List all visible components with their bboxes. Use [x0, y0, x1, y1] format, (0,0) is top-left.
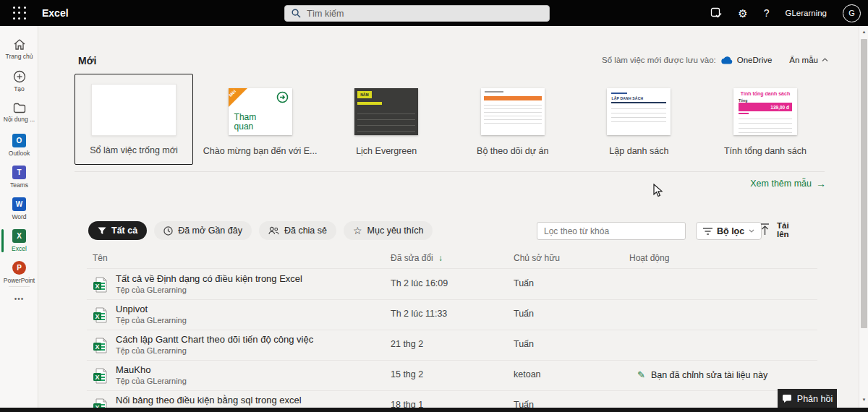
filter-pill-favorites[interactable]: ☆ Mục yêu thích	[344, 221, 433, 240]
sidebar-item-teams[interactable]: T Teams	[0, 163, 38, 192]
template-card-project-tracker[interactable]: Bộ theo dõi dự án	[454, 74, 572, 165]
welcome-tour-thumbnail: Mới Tham quan	[229, 88, 292, 135]
column-header-name[interactable]: Tên	[93, 253, 108, 263]
template-card-blank-workbook[interactable]: Sổ làm việc trống mới	[75, 74, 193, 165]
global-search-box[interactable]	[284, 5, 550, 22]
template-label: Lập danh sách	[579, 146, 698, 156]
file-row[interactable]: X Cách lập Gantt Chart theo dõi tiến độ …	[75, 330, 825, 361]
template-card-sum-list[interactable]: Tính tổng danh sách Tổng 139,00 đ Tính t…	[706, 74, 825, 165]
scrollbar-thumb[interactable]	[861, 39, 867, 328]
scroll-up-icon[interactable]: ▲	[859, 30, 868, 34]
file-row[interactable]: X MauKho Tệp của GLerarning 15 thg 2 ket…	[75, 361, 825, 391]
hide-templates-button[interactable]: Ẩn mẫu	[789, 56, 828, 64]
calendar-highlight-bar	[357, 102, 382, 105]
user-name[interactable]: GLerarning	[785, 9, 827, 17]
word-logo-icon: W	[12, 197, 26, 211]
search-input[interactable]	[307, 9, 524, 19]
outlook-logo-icon: O	[12, 134, 26, 147]
see-more-label: Xem thêm mẫu	[750, 179, 812, 189]
file-title[interactable]: Nối bảng theo điều kiện bằng sql trong e…	[116, 395, 302, 405]
filter-lines-icon	[703, 228, 712, 235]
list-header-line	[611, 102, 666, 103]
sidebar-item-word[interactable]: W Word	[0, 194, 38, 223]
keyword-filter-input[interactable]	[537, 222, 686, 240]
sum-thumb-title: Tính tổng danh sách	[733, 91, 797, 96]
list-thumb-title: LẬP DANH SÁCH	[611, 96, 643, 100]
file-title[interactable]: Unpivot	[116, 304, 148, 314]
excel-file-icon: X	[91, 337, 109, 355]
file-subtitle: Tệp của GLerarning	[116, 316, 187, 325]
upload-label-line1: Tải	[777, 221, 789, 230]
hide-templates-label: Ẩn mẫu	[789, 56, 818, 64]
column-header-modified-label: Đã sửa đổi	[391, 253, 433, 263]
sidebar-item-create[interactable]: Tạo	[0, 66, 38, 95]
sidebar-item-excel[interactable]: X Excel	[0, 226, 38, 255]
sidebar-item-home[interactable]: Trang chủ	[0, 35, 38, 64]
sidebar-item-my-content[interactable]: Nội dung ...	[0, 98, 38, 127]
clock-icon	[163, 226, 173, 236]
feedback-button[interactable]: Phản hồi	[778, 389, 837, 408]
file-row[interactable]: X Unpivot Tệp của GLerarning Th 2 lúc 11…	[75, 300, 825, 330]
sidebar-label: Word	[12, 213, 26, 220]
see-more-templates-link[interactable]: Xem thêm mẫu →	[750, 178, 826, 189]
file-owner: Tuấn	[514, 278, 534, 288]
template-label: Lịch Evergreen	[327, 146, 446, 156]
pencil-icon: ✎	[637, 369, 645, 380]
file-subtitle: Tệp của GLerarning	[116, 377, 187, 385]
new-section-title: Mới	[78, 55, 97, 66]
sidebar-label: PowerPoint	[4, 277, 35, 284]
help-icon[interactable]: ?	[764, 8, 770, 18]
filter-pill-all[interactable]: Tất cả	[88, 221, 147, 240]
search-icon	[292, 9, 301, 18]
column-header-activity[interactable]: Hoạt động	[629, 253, 669, 263]
avatar[interactable]: G	[843, 4, 861, 22]
teams-logo-icon: T	[12, 166, 26, 179]
filter-button-label: Bộ lọc	[717, 226, 744, 236]
app-launcher-icon[interactable]	[13, 7, 27, 20]
file-activity: ✎ Bạn đã chỉnh sửa tài liệu này	[637, 369, 767, 380]
folder-icon	[13, 103, 26, 113]
upload-button[interactable]: Tải lên	[760, 221, 789, 239]
file-row[interactable]: X Tất cả về Định dạng có điều kiện trong…	[75, 270, 825, 300]
sidebar-item-outlook[interactable]: O Outlook	[0, 131, 38, 160]
document-check-icon[interactable]	[710, 7, 722, 19]
tracker-title-bar	[485, 91, 503, 93]
feedback-label: Phản hồi	[797, 394, 833, 404]
save-location-bar: Sổ làm việc mới được lưu vào: OneDrive Ẩ…	[602, 56, 828, 64]
file-title[interactable]: Cách lập Gantt Chart theo dõi tiến độ cô…	[116, 334, 313, 345]
sidebar-more-apps-button[interactable]: •••	[0, 295, 38, 303]
settings-gear-icon[interactable]: ⚙	[738, 8, 747, 19]
sidebar-label: Tạo	[14, 85, 25, 93]
sidebar-item-powerpoint[interactable]: P PowerPoint	[0, 258, 38, 287]
make-list-thumbnail: LẬP DANH SÁCH	[607, 88, 671, 135]
scroll-down-icon[interactable]: ▼	[859, 398, 868, 402]
file-modified: 15 thg 2	[391, 369, 423, 379]
speech-bubble-icon	[782, 395, 792, 403]
excel-logo-icon: X	[12, 229, 26, 243]
template-card-welcome-tour[interactable]: Mới Tham quan Chào mừng bạn đến với E...	[201, 74, 320, 165]
column-header-modified[interactable]: Đã sửa đổi ↓	[391, 253, 443, 263]
sort-descending-icon: ↓	[438, 253, 443, 263]
vertical-scrollbar[interactable]: ▲ ▼	[859, 26, 868, 408]
sum-list-thumbnail: Tính tổng danh sách Tổng 139,00 đ	[733, 88, 797, 135]
save-location-value[interactable]: OneDrive	[737, 56, 773, 64]
template-card-make-list[interactable]: LẬP DANH SÁCH Lập danh sách	[579, 74, 698, 165]
file-title[interactable]: Tất cả về Định dạng có điều kiện trong E…	[116, 273, 302, 284]
filter-dropdown-button[interactable]: Bộ lọc	[696, 222, 762, 240]
column-header-owner[interactable]: Chủ sở hữu	[514, 253, 560, 263]
file-activity-text: Bạn đã chỉnh sửa tài liệu này	[651, 370, 767, 380]
file-owner: ketoan	[514, 369, 541, 379]
filter-pill-recent[interactable]: Đã mở Gần đây	[154, 221, 252, 240]
filter-pill-label: Đã mở Gần đây	[178, 226, 242, 236]
app-title: Excel	[42, 7, 69, 19]
filter-pill-shared[interactable]: Đã chia sẻ	[259, 221, 336, 240]
plus-circle-icon	[13, 70, 26, 83]
chevron-down-icon	[749, 229, 754, 233]
file-title[interactable]: MauKho	[116, 364, 150, 375]
excel-file-icon: X	[91, 306, 109, 325]
sum-total-value: 139,00 đ	[739, 103, 792, 111]
template-card-evergreen-calendar[interactable]: NĂM Lịch Evergreen	[327, 74, 446, 165]
project-tracker-thumbnail	[481, 88, 545, 135]
tracker-table-rows	[484, 102, 542, 124]
excel-home-screen: Excel ⚙ ? GLerarning G Trang chủ	[0, 0, 868, 412]
